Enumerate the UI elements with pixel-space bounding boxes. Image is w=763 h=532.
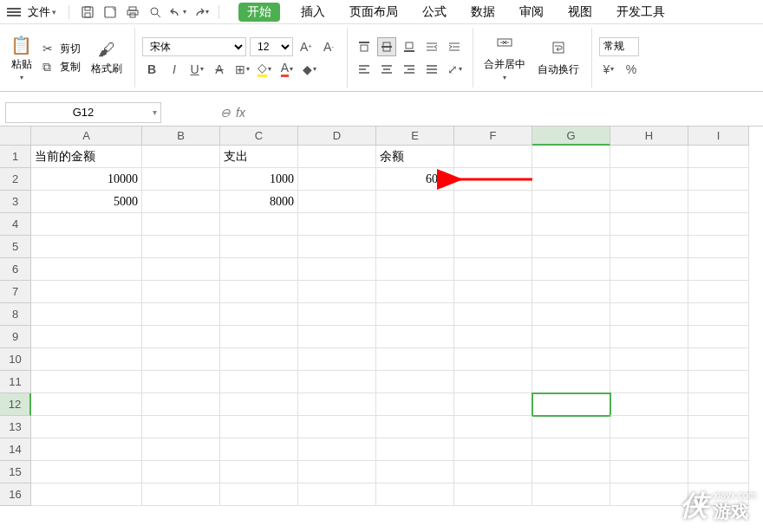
cell-C3[interactable]: 8000 [220,191,298,213]
row-header-8[interactable]: 8 [0,303,31,326]
cell-E10[interactable] [376,348,454,371]
cell-I4[interactable] [688,213,749,236]
underline-button[interactable]: U▾ [187,60,206,79]
orientation-icon[interactable]: ⤢▾ [445,60,464,79]
cell-I8[interactable] [688,303,749,326]
undo-icon[interactable]: ▾ [168,3,187,22]
align-bottom-icon[interactable] [400,37,419,56]
cell-G10[interactable] [532,348,610,371]
column-header-B[interactable]: B [142,127,220,146]
column-header-G[interactable]: G [532,127,610,146]
cell-I14[interactable] [688,438,749,461]
cell-B5[interactable] [142,236,220,258]
cell-G15[interactable] [532,461,610,483]
cell-G16[interactable] [532,483,610,506]
cell-G3[interactable] [532,191,610,213]
row-header-9[interactable]: 9 [0,326,31,348]
cell-H4[interactable] [610,213,688,236]
cell-E9[interactable] [376,326,454,348]
cell-F9[interactable] [454,326,532,348]
decrease-indent-icon[interactable] [422,37,441,56]
redo-icon[interactable]: ▾ [191,3,210,22]
cell-I10[interactable] [688,348,749,371]
cell-H3[interactable] [610,191,688,213]
decrease-font-icon[interactable]: A- [319,37,338,56]
cell-C6[interactable] [220,258,298,281]
cell-B3[interactable] [142,191,220,213]
bold-button[interactable]: B [142,60,161,79]
cell-C14[interactable] [220,438,298,461]
cell-E2[interactable]: 6000 [376,168,454,191]
hamburger-icon[interactable] [7,8,21,16]
cell-E15[interactable] [376,461,454,483]
row-header-2[interactable]: 2 [0,168,31,191]
cell-F13[interactable] [454,416,532,438]
cell-G11[interactable] [532,371,610,393]
cell-E1[interactable]: 余额 [376,146,454,168]
cell-C4[interactable] [220,213,298,236]
cell-E14[interactable] [376,438,454,461]
print-preview-icon[interactable] [146,3,165,22]
cell-I2[interactable] [688,168,749,191]
cell-I9[interactable] [688,326,749,348]
justify-icon[interactable] [422,60,441,79]
cell-I3[interactable] [688,191,749,213]
format-painter-button[interactable]: 🖌 格式刷 [88,38,126,78]
cell-A16[interactable] [31,483,142,506]
cell-F15[interactable] [454,461,532,483]
tab-insert[interactable]: 插入 [297,3,329,22]
wrap-text-button[interactable]: 自动换行 [534,37,583,79]
cell-H15[interactable] [610,461,688,483]
cell-E7[interactable] [376,281,454,303]
cell-E12[interactable] [376,393,454,416]
cell-D10[interactable] [298,348,376,371]
cell-F11[interactable] [454,371,532,393]
cell-D3[interactable] [298,191,376,213]
cell-H16[interactable] [610,483,688,506]
row-header-1[interactable]: 1 [0,146,31,168]
name-box[interactable]: G12 ▾ [5,102,161,123]
cell-C2[interactable]: 1000 [220,168,298,191]
cell-B6[interactable] [142,258,220,281]
cell-A11[interactable] [31,371,142,393]
column-header-E[interactable]: E [376,127,454,146]
paste-button[interactable]: 📋 粘贴▾ [7,33,36,83]
fill-color-button[interactable]: ◇▾ [255,60,274,79]
row-header-15[interactable]: 15 [0,461,31,483]
cell-G1[interactable] [532,146,610,168]
cell-A13[interactable] [31,416,142,438]
cell-F1[interactable] [454,146,532,168]
cell-F8[interactable] [454,303,532,326]
cell-H7[interactable] [610,281,688,303]
cell-A5[interactable] [31,236,142,258]
cell-C16[interactable] [220,483,298,506]
align-left-icon[interactable] [355,60,374,79]
cell-I1[interactable] [688,146,749,168]
increase-font-icon[interactable]: A+ [297,37,316,56]
cell-B13[interactable] [142,416,220,438]
cell-C10[interactable] [220,348,298,371]
select-all-corner[interactable] [0,127,31,146]
align-center-icon[interactable] [377,60,396,79]
cell-C15[interactable] [220,461,298,483]
cell-G6[interactable] [532,258,610,281]
formula-input[interactable] [252,102,758,123]
cell-A12[interactable] [31,393,142,416]
cell-G5[interactable] [532,236,610,258]
merge-center-button[interactable]: 合并居中▾ [480,32,529,83]
cell-I15[interactable] [688,461,749,483]
percent-icon[interactable]: % [622,60,641,79]
row-header-16[interactable]: 16 [0,483,31,506]
cell-D6[interactable] [298,258,376,281]
cell-F12[interactable] [454,393,532,416]
cell-E8[interactable] [376,303,454,326]
cell-C11[interactable] [220,371,298,393]
tab-home[interactable]: 开始 [238,3,280,22]
file-menu[interactable]: 文件 ▾ [24,4,60,20]
cell-B16[interactable] [142,483,220,506]
cell-G7[interactable] [532,281,610,303]
cell-G13[interactable] [532,416,610,438]
cell-H2[interactable] [610,168,688,191]
align-top-icon[interactable] [355,37,374,56]
cell-F3[interactable] [454,191,532,213]
